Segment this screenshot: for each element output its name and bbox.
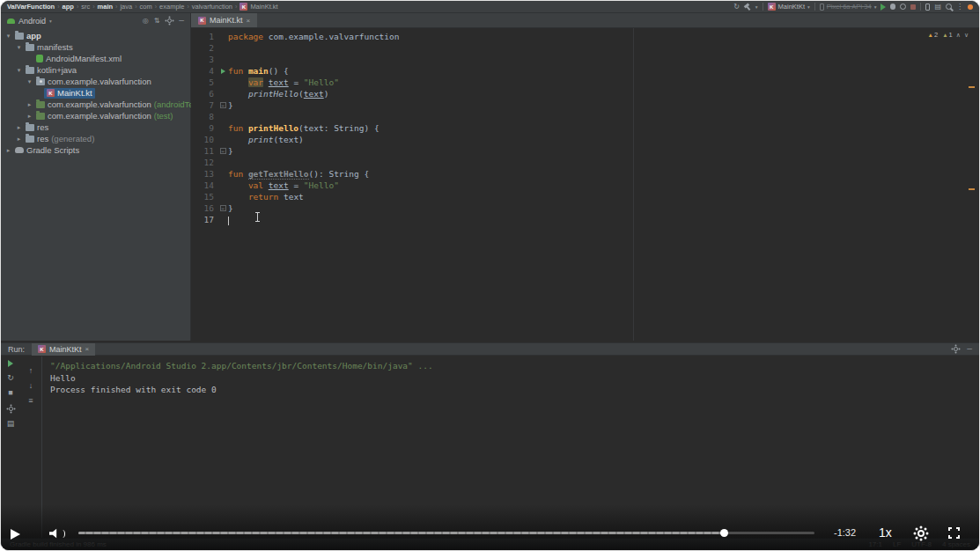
console-output[interactable]: "/Applications/Android Studio 2.app/Cont… [50, 360, 972, 396]
video-progress-bar[interactable] [78, 532, 814, 534]
run-button[interactable] [881, 4, 886, 11]
hide-panel-icon[interactable]: ─ [967, 345, 972, 353]
tree-item[interactable]: ▸com.example.valvarfunction (androidTest… [1, 99, 190, 110]
line-number: 13 [191, 168, 217, 180]
hide-panel-icon[interactable]: ─ [179, 17, 184, 25]
chevron-right-icon[interactable]: ▸ [26, 113, 33, 120]
chevron-right-icon[interactable]: ▸ [15, 136, 23, 143]
chevron-right-icon[interactable]: ▸ [4, 147, 12, 154]
project-view-mode[interactable]: Android [18, 17, 46, 26]
scrollbar-warning-mark[interactable] [969, 188, 975, 190]
gear-icon[interactable] [165, 17, 173, 26]
code-editor[interactable]: 1package com.example.valvarfunction234fu… [191, 28, 979, 341]
close-icon[interactable]: × [85, 345, 90, 353]
tree-item[interactable]: ▾kotlin+java [1, 64, 190, 76]
breadcrumb-item[interactable]: java [120, 3, 132, 11]
down-stack-icon[interactable]: ↓ [29, 382, 33, 390]
collapse-all-icon[interactable]: ⇅ [154, 17, 160, 25]
line-number: 12 [191, 157, 217, 168]
chevron-right-icon[interactable]: ▸ [26, 101, 33, 108]
breadcrumb-separator: › [235, 4, 237, 10]
device-manager-icon[interactable] [925, 4, 930, 11]
chevron-down-icon[interactable]: ▾ [26, 78, 33, 85]
device-selector[interactable]: Pixel 6a API 34 ▾ [820, 3, 877, 11]
tab-mainkt[interactable]: MainKt.kt × [191, 13, 257, 27]
line-number: 5 [191, 77, 217, 88]
gradle-sync-icon[interactable]: ↻ [733, 4, 740, 11]
run-gutter[interactable] [217, 65, 228, 77]
run-tab[interactable]: MainKtKt × [32, 343, 95, 356]
breadcrumb-item[interactable]: MainKt.kt [250, 3, 277, 11]
rerun-button[interactable] [8, 360, 13, 367]
breadcrumb-item[interactable]: valvarfunction [192, 3, 232, 11]
close-icon[interactable]: × [247, 17, 251, 25]
breadcrumb-item[interactable]: com [140, 3, 152, 11]
breadcrumb: ValVarFunction›app›src›main›java›com›exa… [7, 3, 278, 11]
tree-item[interactable]: ▸res [1, 121, 190, 133]
gutter-spacer [217, 77, 228, 88]
stop-icon[interactable]: ■ [8, 389, 12, 397]
tree-item[interactable]: ▸Gradle Scripts [1, 144, 190, 156]
chevron-down-icon[interactable]: ▾ [15, 67, 23, 74]
code-line: 8 [191, 111, 979, 122]
tree-item-suffix: (test) [154, 111, 173, 121]
notifications-icon[interactable] [968, 4, 973, 10]
profiler-button[interactable] [900, 4, 906, 10]
chevron-down-icon[interactable]: ▾ [4, 33, 12, 40]
gear-icon[interactable] [951, 345, 960, 354]
next-issue-icon[interactable]: ∨ [964, 32, 969, 39]
fullscreen-icon[interactable] [948, 527, 960, 539]
prev-issue-icon[interactable]: ∧ [956, 32, 961, 39]
breadcrumb-item[interactable]: src [81, 3, 90, 11]
tree-item[interactable]: ▸com.example.valvarfunction (test) [1, 110, 190, 121]
toolbar-divider [920, 3, 921, 11]
fold-gutter[interactable]: − [217, 202, 228, 214]
breadcrumb-item[interactable]: example [159, 3, 184, 11]
tree-item[interactable]: ▾manifests [1, 41, 190, 53]
more-icon[interactable]: ⋮ [956, 4, 963, 11]
restart-icon[interactable]: ↻ [7, 374, 14, 382]
gear-icon[interactable] [6, 404, 15, 413]
layout-inspector-icon[interactable]: ▤ [934, 4, 941, 11]
player-settings-gear-icon[interactable] [913, 525, 929, 541]
build-hammer-icon[interactable] [744, 4, 751, 11]
tree-item[interactable]: ▾com.example.valvarfunction [1, 76, 190, 87]
code-token: } [228, 146, 233, 156]
play-button[interactable] [11, 529, 20, 540]
fold-gutter[interactable]: − [217, 145, 228, 157]
search-icon[interactable] [946, 4, 952, 10]
breadcrumb-item[interactable]: main [98, 3, 114, 11]
locate-file-icon[interactable]: ◎ [143, 17, 149, 25]
run-config-selector[interactable]: MainKtKt ▾ [768, 3, 810, 11]
chevron-down-icon[interactable]: ▾ [755, 4, 758, 10]
tree-item[interactable]: MainKt.kt [1, 87, 190, 99]
chevron-down-icon[interactable]: ▾ [49, 18, 52, 24]
tree-item-label: com.example.valvarfunction [48, 99, 151, 109]
playback-speed[interactable]: 1x [879, 525, 892, 540]
up-stack-icon[interactable]: ↑ [29, 367, 33, 375]
chevron-right-icon[interactable]: ▸ [15, 124, 23, 131]
breadcrumb-item[interactable]: ValVarFunction [7, 3, 55, 11]
project-panel-header: Android ▾ ◎ ⇅ ─ [1, 13, 190, 28]
tree-item[interactable]: ▸res (generated) [1, 133, 190, 144]
tree-item-label: com.example.valvarfunction [48, 77, 151, 86]
video-progress-knob[interactable] [720, 529, 728, 537]
layout-icon[interactable]: ▤ [7, 420, 15, 428]
volume-icon[interactable] [49, 528, 65, 539]
scrollbar-warning-mark[interactable] [969, 86, 975, 88]
line-number: 4 [191, 65, 217, 77]
time-remaining: -1:32 [834, 527, 856, 538]
tree-item[interactable]: ▾app [1, 30, 190, 41]
code-token [228, 89, 248, 99]
stop-button[interactable] [910, 4, 916, 10]
line-number: 9 [191, 122, 217, 134]
folder-icon [26, 67, 34, 74]
editor-inspections-widget[interactable]: ▲ 2 ▲ 1 ∧ ∨ [928, 31, 969, 39]
tree-item[interactable]: AndroidManifest.xml [1, 53, 190, 64]
code-line: 9fun printHello(text: String) { [191, 122, 979, 134]
soft-wrap-icon[interactable]: ≡ [28, 397, 33, 405]
breadcrumb-item[interactable]: app [63, 3, 74, 11]
fold-gutter[interactable]: − [217, 99, 228, 111]
debug-button[interactable] [890, 4, 895, 10]
chevron-down-icon[interactable]: ▾ [15, 44, 23, 51]
